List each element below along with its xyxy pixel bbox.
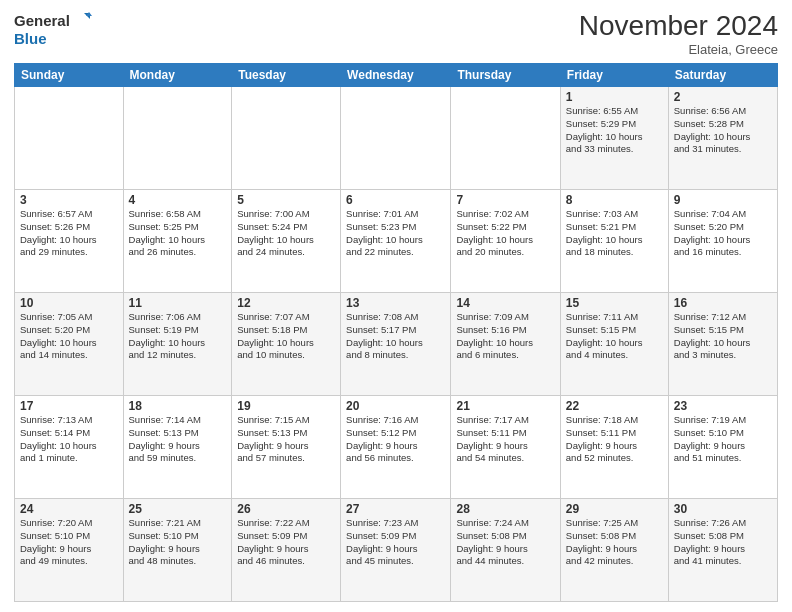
day-cell: 4Sunrise: 6:58 AM Sunset: 5:25 PM Daylig… — [123, 190, 232, 293]
day-cell: 19Sunrise: 7:15 AM Sunset: 5:13 PM Dayli… — [232, 396, 341, 499]
day-info: Sunrise: 7:06 AM Sunset: 5:19 PM Dayligh… — [129, 311, 227, 362]
day-cell: 7Sunrise: 7:02 AM Sunset: 5:22 PM Daylig… — [451, 190, 560, 293]
day-number: 2 — [674, 90, 772, 104]
day-cell: 5Sunrise: 7:00 AM Sunset: 5:24 PM Daylig… — [232, 190, 341, 293]
day-number: 28 — [456, 502, 554, 516]
day-cell — [15, 87, 124, 190]
calendar-header-row: Sunday Monday Tuesday Wednesday Thursday… — [15, 64, 778, 87]
day-cell — [123, 87, 232, 190]
day-cell: 8Sunrise: 7:03 AM Sunset: 5:21 PM Daylig… — [560, 190, 668, 293]
day-number: 19 — [237, 399, 335, 413]
day-info: Sunrise: 7:14 AM Sunset: 5:13 PM Dayligh… — [129, 414, 227, 465]
day-cell: 24Sunrise: 7:20 AM Sunset: 5:10 PM Dayli… — [15, 499, 124, 602]
page-header: General Blue November 2024 Elateia, Gree… — [14, 10, 778, 57]
day-info: Sunrise: 6:55 AM Sunset: 5:29 PM Dayligh… — [566, 105, 663, 156]
day-info: Sunrise: 7:01 AM Sunset: 5:23 PM Dayligh… — [346, 208, 445, 259]
title-section: November 2024 Elateia, Greece — [579, 10, 778, 57]
day-info: Sunrise: 7:22 AM Sunset: 5:09 PM Dayligh… — [237, 517, 335, 568]
day-info: Sunrise: 7:11 AM Sunset: 5:15 PM Dayligh… — [566, 311, 663, 362]
day-info: Sunrise: 7:13 AM Sunset: 5:14 PM Dayligh… — [20, 414, 118, 465]
day-number: 27 — [346, 502, 445, 516]
day-number: 26 — [237, 502, 335, 516]
day-info: Sunrise: 7:23 AM Sunset: 5:09 PM Dayligh… — [346, 517, 445, 568]
logo-bird-icon — [72, 10, 92, 30]
location: Elateia, Greece — [579, 42, 778, 57]
day-number: 6 — [346, 193, 445, 207]
day-info: Sunrise: 7:08 AM Sunset: 5:17 PM Dayligh… — [346, 311, 445, 362]
logo-blue: Blue — [14, 30, 47, 47]
header-tuesday: Tuesday — [232, 64, 341, 87]
day-cell: 27Sunrise: 7:23 AM Sunset: 5:09 PM Dayli… — [341, 499, 451, 602]
header-monday: Monday — [123, 64, 232, 87]
day-cell: 1Sunrise: 6:55 AM Sunset: 5:29 PM Daylig… — [560, 87, 668, 190]
day-info: Sunrise: 7:07 AM Sunset: 5:18 PM Dayligh… — [237, 311, 335, 362]
day-info: Sunrise: 7:25 AM Sunset: 5:08 PM Dayligh… — [566, 517, 663, 568]
day-cell: 26Sunrise: 7:22 AM Sunset: 5:09 PM Dayli… — [232, 499, 341, 602]
day-info: Sunrise: 6:56 AM Sunset: 5:28 PM Dayligh… — [674, 105, 772, 156]
day-info: Sunrise: 7:09 AM Sunset: 5:16 PM Dayligh… — [456, 311, 554, 362]
day-cell: 15Sunrise: 7:11 AM Sunset: 5:15 PM Dayli… — [560, 293, 668, 396]
day-number: 7 — [456, 193, 554, 207]
week-row-2: 3Sunrise: 6:57 AM Sunset: 5:26 PM Daylig… — [15, 190, 778, 293]
day-number: 21 — [456, 399, 554, 413]
day-info: Sunrise: 7:26 AM Sunset: 5:08 PM Dayligh… — [674, 517, 772, 568]
day-cell: 17Sunrise: 7:13 AM Sunset: 5:14 PM Dayli… — [15, 396, 124, 499]
day-number: 24 — [20, 502, 118, 516]
day-info: Sunrise: 7:12 AM Sunset: 5:15 PM Dayligh… — [674, 311, 772, 362]
day-number: 29 — [566, 502, 663, 516]
day-number: 13 — [346, 296, 445, 310]
week-row-5: 24Sunrise: 7:20 AM Sunset: 5:10 PM Dayli… — [15, 499, 778, 602]
day-cell: 10Sunrise: 7:05 AM Sunset: 5:20 PM Dayli… — [15, 293, 124, 396]
week-row-3: 10Sunrise: 7:05 AM Sunset: 5:20 PM Dayli… — [15, 293, 778, 396]
header-sunday: Sunday — [15, 64, 124, 87]
day-cell: 13Sunrise: 7:08 AM Sunset: 5:17 PM Dayli… — [341, 293, 451, 396]
header-thursday: Thursday — [451, 64, 560, 87]
day-number: 1 — [566, 90, 663, 104]
day-number: 8 — [566, 193, 663, 207]
day-number: 4 — [129, 193, 227, 207]
day-number: 18 — [129, 399, 227, 413]
day-info: Sunrise: 7:03 AM Sunset: 5:21 PM Dayligh… — [566, 208, 663, 259]
day-number: 5 — [237, 193, 335, 207]
logo: General Blue — [14, 10, 92, 47]
day-number: 17 — [20, 399, 118, 413]
day-cell: 12Sunrise: 7:07 AM Sunset: 5:18 PM Dayli… — [232, 293, 341, 396]
day-cell: 2Sunrise: 6:56 AM Sunset: 5:28 PM Daylig… — [668, 87, 777, 190]
day-info: Sunrise: 7:17 AM Sunset: 5:11 PM Dayligh… — [456, 414, 554, 465]
day-info: Sunrise: 7:19 AM Sunset: 5:10 PM Dayligh… — [674, 414, 772, 465]
day-info: Sunrise: 7:00 AM Sunset: 5:24 PM Dayligh… — [237, 208, 335, 259]
day-number: 16 — [674, 296, 772, 310]
week-row-1: 1Sunrise: 6:55 AM Sunset: 5:29 PM Daylig… — [15, 87, 778, 190]
week-row-4: 17Sunrise: 7:13 AM Sunset: 5:14 PM Dayli… — [15, 396, 778, 499]
day-cell — [341, 87, 451, 190]
day-number: 3 — [20, 193, 118, 207]
day-cell: 16Sunrise: 7:12 AM Sunset: 5:15 PM Dayli… — [668, 293, 777, 396]
day-number: 10 — [20, 296, 118, 310]
day-cell: 6Sunrise: 7:01 AM Sunset: 5:23 PM Daylig… — [341, 190, 451, 293]
day-cell: 22Sunrise: 7:18 AM Sunset: 5:11 PM Dayli… — [560, 396, 668, 499]
day-cell: 25Sunrise: 7:21 AM Sunset: 5:10 PM Dayli… — [123, 499, 232, 602]
month-title: November 2024 — [579, 10, 778, 42]
day-number: 25 — [129, 502, 227, 516]
day-info: Sunrise: 7:21 AM Sunset: 5:10 PM Dayligh… — [129, 517, 227, 568]
day-info: Sunrise: 6:57 AM Sunset: 5:26 PM Dayligh… — [20, 208, 118, 259]
day-number: 9 — [674, 193, 772, 207]
header-wednesday: Wednesday — [341, 64, 451, 87]
day-number: 15 — [566, 296, 663, 310]
logo-general: General — [14, 12, 70, 29]
day-cell: 21Sunrise: 7:17 AM Sunset: 5:11 PM Dayli… — [451, 396, 560, 499]
day-info: Sunrise: 7:05 AM Sunset: 5:20 PM Dayligh… — [20, 311, 118, 362]
day-cell: 9Sunrise: 7:04 AM Sunset: 5:20 PM Daylig… — [668, 190, 777, 293]
day-cell: 3Sunrise: 6:57 AM Sunset: 5:26 PM Daylig… — [15, 190, 124, 293]
calendar-table: Sunday Monday Tuesday Wednesday Thursday… — [14, 63, 778, 602]
day-cell: 20Sunrise: 7:16 AM Sunset: 5:12 PM Dayli… — [341, 396, 451, 499]
day-cell: 28Sunrise: 7:24 AM Sunset: 5:08 PM Dayli… — [451, 499, 560, 602]
day-info: Sunrise: 7:18 AM Sunset: 5:11 PM Dayligh… — [566, 414, 663, 465]
day-info: Sunrise: 7:15 AM Sunset: 5:13 PM Dayligh… — [237, 414, 335, 465]
day-cell: 23Sunrise: 7:19 AM Sunset: 5:10 PM Dayli… — [668, 396, 777, 499]
day-cell — [232, 87, 341, 190]
day-number: 11 — [129, 296, 227, 310]
day-cell: 14Sunrise: 7:09 AM Sunset: 5:16 PM Dayli… — [451, 293, 560, 396]
header-friday: Friday — [560, 64, 668, 87]
day-cell: 11Sunrise: 7:06 AM Sunset: 5:19 PM Dayli… — [123, 293, 232, 396]
